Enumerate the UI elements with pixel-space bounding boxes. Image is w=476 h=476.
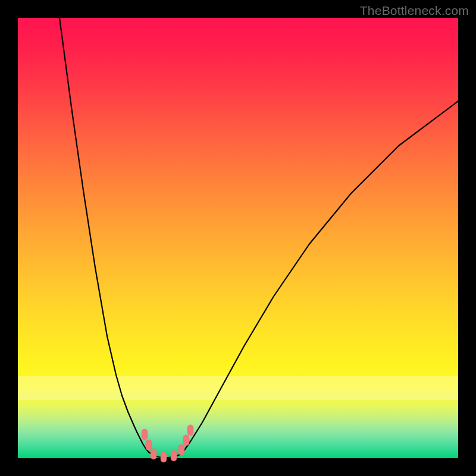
- data-marker: [187, 425, 193, 436]
- data-marker: [151, 449, 156, 459]
- data-marker: [161, 452, 167, 462]
- chart-svg: [0, 0, 476, 476]
- bottleneck-curve: [60, 18, 458, 458]
- data-marker: [171, 450, 177, 461]
- data-marker: [178, 444, 184, 455]
- data-marker: [142, 429, 148, 440]
- data-marker: [183, 435, 189, 446]
- data-marker: [146, 440, 152, 450]
